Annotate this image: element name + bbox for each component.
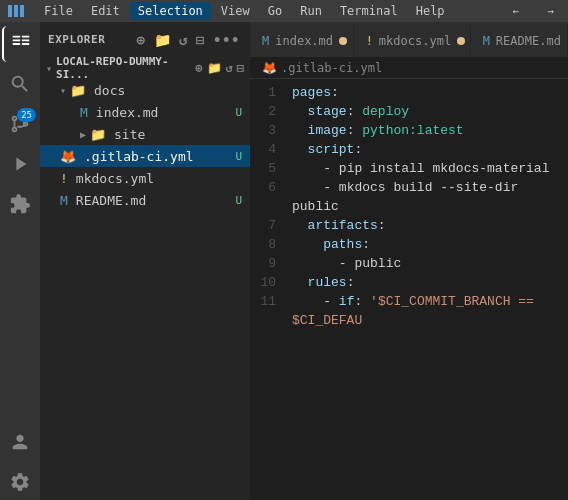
tab-readme-md[interactable]: M README.md [471,24,568,57]
tab-index-md-icon: M [262,34,269,48]
tab-mkdocs-yml[interactable]: ! mkdocs.yml [354,24,471,57]
extensions-activity-icon[interactable] [2,186,38,222]
index-md-status: U [235,106,242,119]
breadcrumb-filename: .gitlab-ci.yml [281,61,382,75]
run-activity-icon[interactable] [2,146,38,182]
title-bar: File Edit Selection View Go Run Terminal… [0,0,568,22]
collapse-repo-icon[interactable]: ⊟ [237,61,244,75]
more-options-icon[interactable]: ••• [211,30,242,50]
source-control-badge: 25 [17,108,36,122]
site-chevron-icon: ▶ [80,129,86,140]
new-folder-icon[interactable]: 📁 [152,30,174,50]
menu-view[interactable]: View [213,2,258,20]
menu-edit[interactable]: Edit [83,2,128,20]
forward-button[interactable]: → [541,3,560,20]
editor-tabs: M index.md ! mkdocs.yml M README.md [250,22,568,57]
breadcrumb-gitlab-icon: 🦊 [262,61,277,75]
file-mkdocs-yml[interactable]: ! mkdocs.yml [40,167,250,189]
gitlab-ci-status: U [235,150,242,163]
code-line-8: 8 paths: [250,235,568,254]
new-file-repo-icon[interactable]: ⊕ [195,61,202,75]
new-file-icon[interactable]: ⊕ [135,30,148,50]
repo-name: LOCAL-REPO-DUMMY-SI... [56,57,191,81]
back-button[interactable]: ← [507,3,526,20]
breadcrumb: 🦊 .gitlab-ci.yml [250,57,568,79]
refresh-icon[interactable]: ↺ [177,30,190,50]
site-folder-icon: 📁 [90,127,106,142]
editor-area: M index.md ! mkdocs.yml M README.md 🦊 .g… [250,22,568,500]
sidebar-header: EXPLORER ⊕ 📁 ↺ ⊟ ••• [40,22,250,57]
code-line-6: 6 - mkdocs build --site-dir public [250,178,568,216]
code-line-10: 10 rules: [250,273,568,292]
main-layout: 25 EXPLORER ⊕ 📁 ↺ ⊟ ••• [0,22,568,500]
tab-index-md-dot [339,37,347,45]
tab-mkdocs-icon: ! [366,34,373,48]
menu-run[interactable]: Run [292,2,330,20]
folder-site[interactable]: ▶ 📁 site [40,123,250,145]
code-line-1: 1 pages: [250,83,568,102]
menu-selection[interactable]: Selection [130,2,211,20]
gitlab-ci-icon: 🦊 [60,149,76,164]
file-tree: ▾ LOCAL-REPO-DUMMY-SI... ⊕ 📁 ↺ ⊟ ▾ 📁 doc… [40,57,250,500]
code-line-7: 7 artifacts: [250,216,568,235]
activity-bar: 25 [0,22,40,500]
mkdocs-warning-icon: ! [60,171,68,186]
menu-help[interactable]: Help [408,2,453,20]
sidebar-header-actions: ⊕ 📁 ↺ ⊟ ••• [135,30,242,50]
menu-bar: File Edit Selection View Go Run Terminal… [36,2,453,20]
app-logo [8,3,24,19]
settings-activity-icon[interactable] [2,464,38,500]
editor-content[interactable]: 1 pages: 2 stage: deploy 3 image: python… [250,79,568,500]
tab-mkdocs-label: mkdocs.yml [379,34,451,48]
readme-icon: M [60,193,68,208]
docs-folder-icon: 📁 [70,83,86,98]
docs-folder-label: docs [94,83,125,98]
repo-actions: ⊕ 📁 ↺ ⊟ [195,61,244,75]
search-activity-icon[interactable] [2,66,38,102]
menu-go[interactable]: Go [260,2,290,20]
new-folder-repo-icon[interactable]: 📁 [207,61,222,75]
code-line-11: 11 - if: '$CI_COMMIT_BRANCH == $CI_DEFAU [250,292,568,330]
menu-terminal[interactable]: Terminal [332,2,406,20]
explorer-activity-icon[interactable] [2,26,38,62]
file-gitlab-ci[interactable]: 🦊 .gitlab-ci.yml U [40,145,250,167]
window-controls: ← → [507,3,560,20]
file-readme-md[interactable]: M README.md U [40,189,250,211]
site-folder-label: site [114,127,145,142]
index-md-label: index.md [96,105,159,120]
readme-label: README.md [76,193,146,208]
code-line-2: 2 stage: deploy [250,102,568,121]
code-line-3: 3 image: python:latest [250,121,568,140]
account-activity-icon[interactable] [2,424,38,460]
code-line-4: 4 script: [250,140,568,159]
sidebar: EXPLORER ⊕ 📁 ↺ ⊟ ••• ▾ LOCAL-REPO-DUMMY-… [40,22,250,500]
tab-index-md-label: index.md [275,34,333,48]
tab-readme-label: README.md [496,34,561,48]
source-control-activity-icon[interactable]: 25 [2,106,38,142]
sidebar-title: EXPLORER [48,33,105,46]
tab-index-md[interactable]: M index.md [250,24,354,57]
tab-mkdocs-dot [457,37,465,45]
sync-icon[interactable]: ↺ [226,61,233,75]
folder-docs[interactable]: ▾ 📁 docs [40,79,250,101]
code-line-5: 5 - pip install mkdocs-material [250,159,568,178]
docs-chevron-icon: ▾ [60,85,66,96]
mkdocs-yml-label: mkdocs.yml [76,171,154,186]
index-md-icon: M [80,105,88,120]
repo-header[interactable]: ▾ LOCAL-REPO-DUMMY-SI... ⊕ 📁 ↺ ⊟ [40,57,250,79]
gitlab-ci-label: .gitlab-ci.yml [84,149,194,164]
file-index-md[interactable]: M index.md U [40,101,250,123]
readme-status: U [235,194,242,207]
code-line-9: 9 - public [250,254,568,273]
tab-readme-icon: M [483,34,490,48]
menu-file[interactable]: File [36,2,81,20]
collapse-icon[interactable]: ⊟ [194,30,207,50]
repo-chevron-icon: ▾ [46,63,52,74]
